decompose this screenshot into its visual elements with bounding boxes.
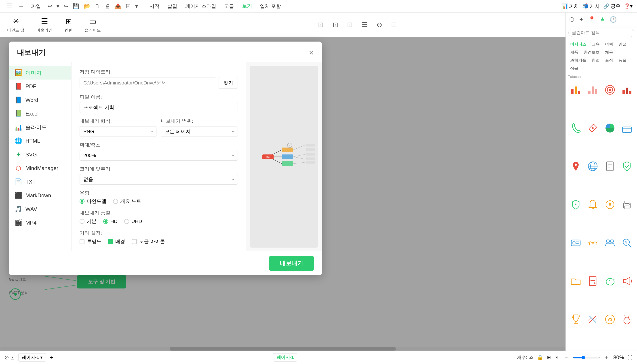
checkbox-transparency[interactable]: 투명도 bbox=[80, 238, 102, 245]
cat-tab-4[interactable]: 제품 bbox=[568, 49, 580, 56]
menu-start[interactable]: 시작 bbox=[146, 2, 163, 11]
toolbar-outline[interactable]: ☰ 아웃라인 bbox=[34, 15, 55, 35]
menu-view[interactable]: 보기 bbox=[238, 2, 256, 11]
rp-icon-1[interactable]: ⬡ bbox=[568, 15, 576, 24]
open-button[interactable]: 📂 bbox=[82, 2, 92, 10]
zoom-minus-button[interactable]: － bbox=[562, 353, 571, 362]
toolbar-mindmap[interactable]: ✳ 마인드 맵 bbox=[4, 15, 27, 35]
zoom-out-center[interactable]: ⊖ bbox=[374, 18, 384, 31]
sidebar-image[interactable]: 🖼️ 이미지 bbox=[9, 66, 71, 80]
sidebar-excel[interactable]: 📗 Excel bbox=[9, 107, 71, 120]
fullscreen-icon[interactable]: ⛶ bbox=[628, 354, 632, 360]
range-select[interactable]: 모든 페이지 현재 페이지 bbox=[161, 126, 238, 137]
save-button[interactable]: 💾 bbox=[71, 2, 81, 10]
menu-page-style[interactable]: 페이지 스타일 bbox=[182, 2, 220, 11]
search-input[interactable] bbox=[568, 28, 634, 37]
clipart-pencil[interactable] bbox=[585, 121, 600, 136]
sidebar-word[interactable]: 📘 Word bbox=[9, 93, 71, 107]
radio-mindmap[interactable]: 마인드맵 bbox=[80, 198, 106, 205]
toolbar-slide[interactable]: ▭ 슬라이드 bbox=[82, 15, 104, 35]
view-btn-5[interactable]: ⊡ bbox=[389, 18, 399, 31]
clipart-pin[interactable] bbox=[568, 159, 583, 174]
checkbox-bg[interactable]: ✓ 배경 bbox=[108, 238, 125, 245]
clipart-target[interactable] bbox=[602, 82, 617, 97]
grid-icon[interactable]: ⊞ bbox=[547, 354, 551, 360]
clipart-magnify[interactable]: $ bbox=[620, 236, 634, 250]
menu-file[interactable]: 파일 bbox=[28, 2, 44, 11]
clipart-bell[interactable] bbox=[585, 197, 600, 212]
format-select[interactable]: PNG JPG BMP bbox=[80, 126, 156, 137]
radio-outline[interactable]: 개요 노트 bbox=[113, 198, 141, 205]
cat-tab-1[interactable]: 교육 bbox=[590, 41, 602, 48]
sidebar-svg[interactable]: ✦ SVG bbox=[9, 148, 71, 161]
clipart-folder[interactable] bbox=[568, 274, 583, 288]
back-icon[interactable]: ← bbox=[16, 2, 26, 11]
cat-tab-2[interactable]: 여행 bbox=[603, 41, 615, 48]
zoom-slider[interactable] bbox=[573, 356, 600, 359]
clipart-medal[interactable]: 1 bbox=[620, 312, 634, 327]
status-icon-1[interactable]: ⊙ bbox=[4, 354, 9, 361]
cat-tab-8[interactable]: 창업 bbox=[590, 57, 602, 64]
help-button[interactable]: ❓▾ bbox=[624, 3, 632, 9]
status-icon-2[interactable]: ⊡ bbox=[10, 354, 15, 361]
clipart-megaphone[interactable] bbox=[620, 274, 634, 288]
clipart-trophy[interactable] bbox=[568, 312, 583, 327]
cat-tab-7[interactable]: 과학기술 bbox=[568, 57, 588, 64]
sidebar-mindmanager[interactable]: ⬡ MindManager bbox=[9, 161, 71, 175]
fit-select[interactable]: 없음 A4 A3 bbox=[80, 174, 238, 184]
clipart-bar-chart-3[interactable] bbox=[620, 82, 634, 97]
view-btn-3[interactable]: ⊡ bbox=[345, 18, 355, 31]
clipart-bar-chart-2[interactable] bbox=[585, 82, 600, 97]
clipart-bar-chart-1[interactable] bbox=[568, 82, 583, 97]
clipart-shield-star[interactable]: ★ bbox=[568, 197, 583, 212]
share-file-button[interactable]: 📤 bbox=[113, 2, 123, 10]
find-button[interactable]: 찾기 bbox=[218, 77, 238, 89]
pitch-button[interactable]: 📊 피치 bbox=[562, 3, 579, 10]
clipart-swords[interactable] bbox=[585, 312, 600, 327]
export-action-button[interactable]: 내보내기 bbox=[269, 256, 314, 271]
clipart-document[interactable] bbox=[602, 159, 617, 174]
dir-input[interactable] bbox=[80, 78, 216, 88]
sidebar-slide[interactable]: 📊 슬라이드 bbox=[9, 120, 71, 134]
cat-tab-11[interactable]: 식물 bbox=[568, 65, 580, 72]
rp-icon-4[interactable]: ★ bbox=[598, 15, 606, 24]
sidebar-mp4[interactable]: 🎬 MP4 bbox=[9, 216, 71, 230]
scale-select[interactable]: 100% 150% 200% 300% bbox=[80, 150, 238, 161]
view-btn-1[interactable]: ⊡ bbox=[316, 18, 326, 31]
cat-tab-3[interactable]: 명절 bbox=[616, 41, 629, 48]
menu-advanced[interactable]: 고급 bbox=[220, 2, 238, 11]
toolbar-kanban[interactable]: ⊞ 칸반 bbox=[62, 15, 75, 35]
cat-tab-10[interactable]: 동물 bbox=[616, 57, 629, 64]
print-button[interactable]: 🖨 bbox=[103, 2, 112, 10]
check-button[interactable]: ☑ bbox=[124, 2, 132, 10]
rp-icon-5[interactable]: 🕐 bbox=[608, 15, 618, 24]
clipart-globe[interactable] bbox=[585, 159, 600, 174]
rp-icon-2[interactable]: ✦ bbox=[578, 15, 585, 24]
clipart-shield-check[interactable] bbox=[620, 159, 634, 174]
share-button[interactable]: 🔗 공유 bbox=[603, 3, 620, 10]
cat-tab-6[interactable]: 체육 bbox=[603, 49, 615, 56]
clipart-box[interactable] bbox=[620, 121, 634, 136]
hamburger-icon[interactable]: ☰ bbox=[4, 2, 14, 11]
clipart-phone[interactable] bbox=[568, 121, 583, 136]
clipart-receipt[interactable]: ¥ bbox=[585, 274, 600, 288]
check-dropdown[interactable]: ▾ bbox=[134, 2, 140, 10]
cat-tab-9[interactable]: 표정 bbox=[603, 57, 615, 64]
active-page-tab[interactable]: 페이지-1 bbox=[273, 353, 297, 362]
filename-input[interactable] bbox=[80, 102, 238, 113]
clipart-printer[interactable] bbox=[620, 197, 634, 212]
cat-tab-0[interactable]: 비지니스 bbox=[568, 41, 588, 48]
clipart-money[interactable]: ¥ bbox=[602, 197, 617, 212]
clipart-pie-chart[interactable] bbox=[602, 121, 617, 136]
view-btn-2[interactable]: ⊡ bbox=[330, 18, 340, 31]
sidebar-html[interactable]: 🌐 HTML bbox=[9, 134, 71, 148]
checkbox-toggle[interactable]: 토글 아이콘 bbox=[132, 238, 165, 245]
sidebar-txt[interactable]: 📄 TXT bbox=[9, 175, 71, 188]
radio-basic[interactable]: 기본 bbox=[80, 218, 96, 225]
redo-button[interactable]: ↪ bbox=[62, 2, 70, 10]
menu-insert[interactable]: 삽입 bbox=[164, 2, 181, 11]
clipart-id-card[interactable] bbox=[568, 236, 583, 250]
clipart-group[interactable] bbox=[602, 236, 617, 250]
clipart-handshake[interactable] bbox=[585, 236, 600, 250]
clipart-piggy[interactable] bbox=[602, 274, 617, 288]
